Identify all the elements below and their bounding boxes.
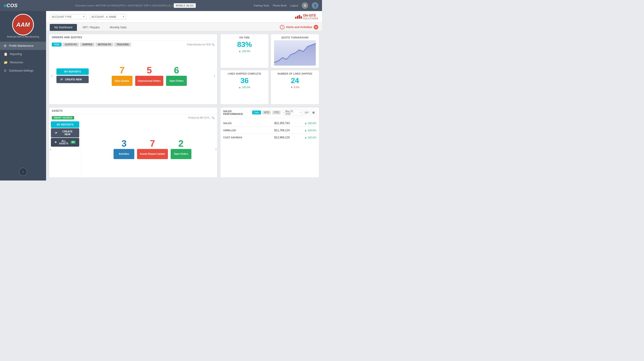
sales-date-nav[interactable]: ‹ May 22, 2018 › (282, 109, 302, 116)
top-bar: eCOS Executive Level » MOTION US W/HDQTR… (0, 0, 322, 11)
logout-link[interactable]: Logout (290, 4, 298, 7)
sidebar-item-reporting[interactable]: 📋 Reporting (0, 50, 46, 58)
tabs-bar: My Dashboard ART / Repairs Monthly Stats… (46, 22, 322, 31)
orders-stat-tiles: 7 Open Quotes 5 Unprocessed Orders 6 Ope… (89, 64, 210, 88)
orders-tab-custo[interactable]: CUSTO PO (62, 42, 79, 46)
date-prev-arrow[interactable]: ‹ (284, 111, 284, 114)
sales-header: SALES PERFORMANCE Daily MTD YTD ‹ May 22… (220, 107, 319, 118)
sales-label: SALES (223, 122, 256, 125)
sales-table: SALES $22,355,763 ▲ 100.0% UNBILLED $11,… (220, 118, 319, 178)
sidebar-item-profile[interactable]: ⚙ Profile Maintenance (0, 42, 46, 50)
sidebar-menu: ⚙ Profile Maintenance 📋 Reporting 📁 Reso… (0, 42, 46, 75)
sales-row-cost-savings: COST SAVINGS $12,968,129 ▲ 100.0% (223, 134, 316, 141)
assets-all-assets-button[interactable]: ⚙ ALL ASSETS 64 (51, 138, 79, 147)
open-quotes-label: Open Quotes (112, 76, 132, 86)
orders-card-header: ORDERS AND QUOTES (49, 34, 217, 41)
gp-button[interactable]: GP (304, 110, 309, 115)
assets-require-number: 7 (150, 139, 155, 148)
content-area: ACCOUNT TYPE ▾ ACCOUNT - #, NAME ▾ ON-SI… (46, 11, 322, 180)
current-location-dropdown[interactable]: MOBILE (AL02) (174, 3, 196, 8)
quote-turnaround-card: QUOTE TURNAROUND (271, 34, 319, 68)
sales-date: May 22, 2018 (286, 110, 299, 115)
orders-left-panel: MY REPORTS ☞ CREATE NEW (56, 68, 89, 83)
nav-level2[interactable]: MOTION US W/HDQTRS (96, 4, 124, 7)
on-time-value: 83% (224, 40, 265, 49)
activities-tile[interactable]: 3 Activities (114, 139, 134, 159)
content-header: ACCOUNT TYPE ▾ ACCOUNT - #, NAME ▾ ON-SI… (46, 11, 322, 22)
training-tools-link[interactable]: Training Tools (254, 4, 269, 7)
assets-prev-arrow[interactable]: ‹ (50, 146, 51, 151)
orders-search[interactable]: Orders/Quotes by OCN 🔍 (187, 43, 214, 46)
assets-open-number: 2 (178, 139, 184, 148)
on-time-change: ▲ 100.0% (224, 50, 265, 52)
phone-book-link[interactable]: Phone Book (273, 4, 286, 7)
unbilled-label: UNBILLED (223, 129, 256, 132)
sidebar-item-dashboard-settings[interactable]: ⚙ Dashboard Settings (0, 66, 46, 75)
assets-next-arrow[interactable]: › (215, 146, 217, 151)
activities-number: 3 (122, 139, 126, 148)
account-type-select[interactable]: ACCOUNT TYPE ▾ (50, 14, 86, 19)
assets-card: ASSETS SMART SEARCH Product by Mfr Ctl N… (49, 107, 218, 178)
search-icon: 🔍 (212, 116, 214, 119)
num-lines-card: NUMBER OF LINES SHIPPED 24 ▼ 5.0% (271, 70, 319, 104)
unprocessed-orders-label: Unprocessed Orders (135, 76, 164, 86)
open-orders-tile[interactable]: 6 Open Orders (166, 66, 187, 86)
gear-icon: ⚙ (54, 141, 57, 143)
cost-savings-change: ▲ 100.0% (290, 136, 316, 139)
period-mtd-button[interactable]: MTD (262, 110, 271, 114)
alerts-badge[interactable]: ! Alerts and Activities 10 (280, 25, 318, 31)
hand-icon: ☞ (60, 78, 63, 81)
nav-level1[interactable]: Executive Level (75, 4, 93, 7)
user-avatar[interactable]: 👤 (312, 2, 318, 9)
open-quotes-tile[interactable]: 7 Open Quotes (112, 66, 132, 86)
lines-shipped-value: 36 (224, 76, 265, 85)
lines-shipped-change: ▲ 100.0% (224, 86, 265, 89)
assets-my-reports-button[interactable]: MY REPORTS (51, 121, 79, 128)
assets-stat-tiles: 3 Activities 7 Assets Require Update 2 O… (81, 120, 217, 178)
sidebar-collapse-button[interactable]: ‹ (19, 168, 27, 176)
assets-create-new-button[interactable]: ☞ CREATE NEW (51, 128, 79, 137)
orders-tab-motion[interactable]: MOTION PO (96, 42, 113, 46)
nav-level4[interactable]: JACKSONVILLE (152, 4, 171, 7)
chart-view-button[interactable]: ▦ (311, 110, 316, 115)
period-daily-button[interactable]: Daily (252, 110, 261, 114)
assets-content: ‹ MY REPORTS ☞ CREATE NEW ⚙ ALL ASSETS 6… (49, 120, 217, 178)
dashboard-body: ORDERS AND QUOTES OCN CUSTO PO SHIPPER M… (46, 31, 322, 180)
orders-tab-ocn[interactable]: OCN (52, 42, 62, 46)
assets-tabs: SMART SEARCH Product by Mfr Ctl N... 🔍 (49, 114, 217, 120)
orders-prev-arrow[interactable]: ‹ (51, 73, 52, 78)
assets-open-orders-tile[interactable]: 2 Open Orders (171, 139, 192, 159)
account-selectors: ACCOUNT TYPE ▾ ACCOUNT - #, NAME ▾ (50, 14, 126, 19)
assets-card-header: ASSETS (49, 107, 217, 114)
sales-performance-card: SALES PERFORMANCE Daily MTD YTD ‹ May 22… (220, 107, 319, 178)
caret-icon: ▾ (83, 15, 84, 18)
tab-dashboard[interactable]: My Dashboard (50, 24, 77, 31)
nav-level3[interactable]: SOUTHEAST GRP (128, 4, 149, 7)
num-lines-title: NUMBER OF LINES SHIPPED (274, 72, 316, 75)
orders-tab-tracking[interactable]: TRACKING (114, 42, 131, 46)
smart-search-badge: SMART SEARCH (52, 116, 74, 119)
my-reports-button[interactable]: MY REPORTS (56, 68, 89, 75)
tab-art-repairs[interactable]: ART / Repairs (78, 24, 104, 31)
company-logo-text: AAM (16, 21, 30, 28)
tab-monthly-stats[interactable]: Monthly Stats (105, 24, 131, 31)
quote-turnaround-title: QUOTE TURNAROUND (274, 36, 316, 39)
folder-icon: 📁 (4, 60, 8, 64)
sales-row-sales: SALES $22,355,763 ▲ 100.0% (223, 120, 316, 127)
search-icon: 🔍 (212, 43, 214, 46)
sidebar-item-label: Dashboard Settings (9, 69, 33, 72)
assets-require-update-tile[interactable]: 7 Assets Require Update (137, 139, 168, 159)
create-new-button[interactable]: ☞ CREATE NEW (56, 76, 89, 83)
settings-icon[interactable]: ⚙ (302, 2, 308, 9)
assets-require-label: Assets Require Update (137, 149, 168, 159)
on-site-bars-icon (295, 15, 302, 19)
assets-search[interactable]: Product by Mfr Ctl N... 🔍 (188, 116, 214, 119)
date-next-arrow[interactable]: › (300, 111, 301, 114)
account-name-select[interactable]: ACCOUNT - #, NAME ▾ (89, 14, 126, 19)
sidebar-item-resources[interactable]: 📁 Resources (0, 58, 46, 66)
orders-tab-shipper[interactable]: SHIPPER (80, 42, 95, 46)
orders-tabs: OCN CUSTO PO SHIPPER MOTION PO TRACKING … (49, 41, 217, 47)
period-ytd-button[interactable]: YTD (272, 110, 280, 114)
orders-next-arrow[interactable]: › (214, 73, 215, 78)
unprocessed-orders-tile[interactable]: 5 Unprocessed Orders (135, 66, 164, 86)
